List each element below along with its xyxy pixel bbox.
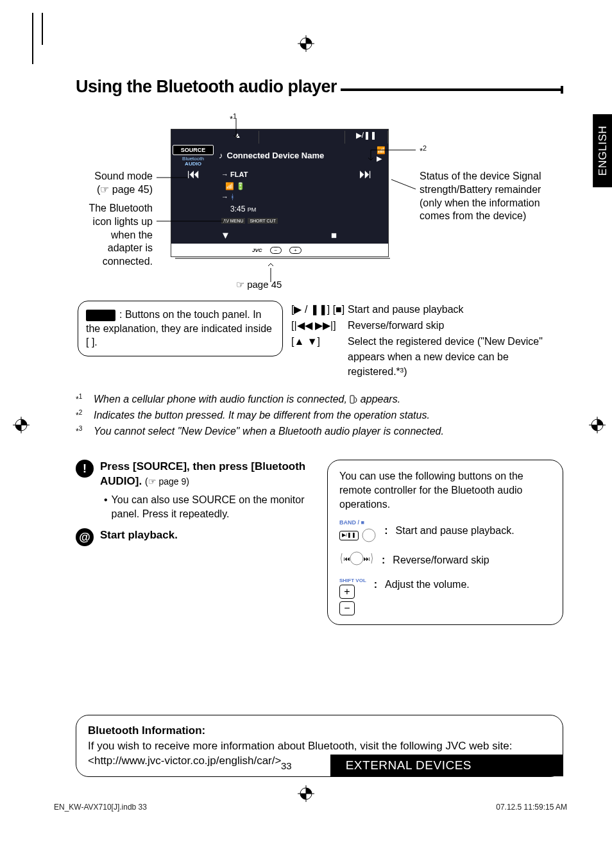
step-number-1: ! bbox=[76, 460, 94, 478]
remote-controller-box: You can use the following buttons on the… bbox=[327, 460, 563, 624]
shortcut-chip: SHORT CUT bbox=[248, 218, 278, 224]
doc-footer-right: 07.12.5 11:59:15 AM bbox=[496, 803, 567, 812]
mode-label: BluetoothAUDIO bbox=[171, 156, 215, 167]
title-rule bbox=[341, 88, 561, 91]
panel-bottom-strip: JVC − + bbox=[171, 244, 388, 256]
language-tab: ENGLISH bbox=[593, 114, 612, 187]
screen-up-icon: ▲ bbox=[216, 131, 259, 144]
remote-play-icon: BAND / ■ ▶/❚❚ bbox=[339, 519, 377, 543]
svg-point-5 bbox=[362, 529, 375, 542]
avmenu-chip: AV MENU bbox=[221, 218, 245, 224]
svg-text:⏮: ⏮ bbox=[344, 555, 350, 562]
document-footer: EN_KW-AVX710[J].indb 33 07.12.5 11:59:15… bbox=[54, 803, 567, 812]
screen-play-pause-icon: ▶/❚❚ bbox=[345, 131, 388, 144]
callout-sound-mode: Sound mode (☞ page 45) bbox=[76, 170, 153, 197]
step-number-2: @ bbox=[76, 528, 94, 546]
footnote-marker-1: *1 bbox=[230, 112, 237, 124]
registration-mark-top bbox=[298, 35, 314, 54]
source-button-label: SOURCE bbox=[173, 145, 214, 155]
footnotes: *1When a cellular phone with audio funct… bbox=[76, 392, 563, 439]
symbol-up-down: [▲ ▼] bbox=[291, 334, 348, 379]
callout-status: Status of the device Signal strength/Bat… bbox=[420, 170, 561, 223]
callout-bluetooth-icon: The Bluetooth icon lights up when the ad… bbox=[76, 202, 153, 269]
crop-mark bbox=[32, 13, 33, 64]
footnote-marker-2: *2 bbox=[420, 144, 427, 156]
touch-panel-note: : Buttons on the touch panel. In the exp… bbox=[78, 301, 283, 356]
status-icons: 📶▶ bbox=[374, 144, 388, 167]
skip-next-icon: ⏭ bbox=[343, 167, 388, 226]
page-title: Using the Bluetooth audio player bbox=[76, 77, 337, 97]
footer-section-band: EXTERNAL DEVICES bbox=[330, 755, 563, 776]
device-name-label: ♪ Connected Device Name bbox=[215, 144, 328, 167]
step-2: @ Start playback. bbox=[76, 528, 312, 546]
svg-text:⏭: ⏭ bbox=[364, 555, 370, 562]
registration-mark-bottom bbox=[298, 785, 314, 804]
screen-down-icon: ▼ bbox=[171, 230, 280, 244]
symbol-skip: [|◀◀ ▶▶|] bbox=[291, 318, 348, 333]
control-symbol-list: [▶ / ❚❚] [■]Start and pause playback [|◀… bbox=[291, 302, 559, 380]
device-screen: ▲ ▶/❚❚ SOURCE BluetoothAUDIO ♪ Connected… bbox=[171, 129, 389, 257]
page-number: 33 bbox=[281, 760, 292, 771]
screen-stop-icon: ■ bbox=[280, 230, 388, 244]
remote-volume-icon: SHIFT VOL + − bbox=[339, 578, 366, 615]
touch-button-chip bbox=[86, 310, 115, 321]
registration-mark-left bbox=[13, 417, 30, 435]
diagram-area: *1 *2 Sound mode (☞ page 45) The Bluetoo… bbox=[76, 112, 563, 388]
symbol-play-pause-stop: [▶ / ❚❚] [■] bbox=[291, 302, 348, 317]
brand-label: JVC bbox=[252, 247, 262, 253]
remote-skip-icon: ⏮⏭ bbox=[339, 551, 374, 570]
registration-mark-right bbox=[589, 417, 606, 435]
skip-prev-icon: ⏮ bbox=[171, 167, 216, 226]
page-reference: ☞ page 45 bbox=[236, 279, 282, 290]
step-1: ! Press [SOURCE], then press [Bluetooth … bbox=[76, 460, 312, 521]
svg-rect-4 bbox=[350, 396, 354, 403]
phone-audio-icon bbox=[350, 395, 357, 405]
crop-mark bbox=[42, 13, 43, 45]
svg-point-6 bbox=[350, 552, 363, 565]
music-note-icon: ♪ bbox=[219, 151, 223, 160]
bluetooth-icon: ᚼ bbox=[230, 193, 235, 201]
title-rule-end bbox=[561, 86, 563, 94]
doc-footer-left: EN_KW-AVX710[J].indb 33 bbox=[54, 803, 147, 812]
